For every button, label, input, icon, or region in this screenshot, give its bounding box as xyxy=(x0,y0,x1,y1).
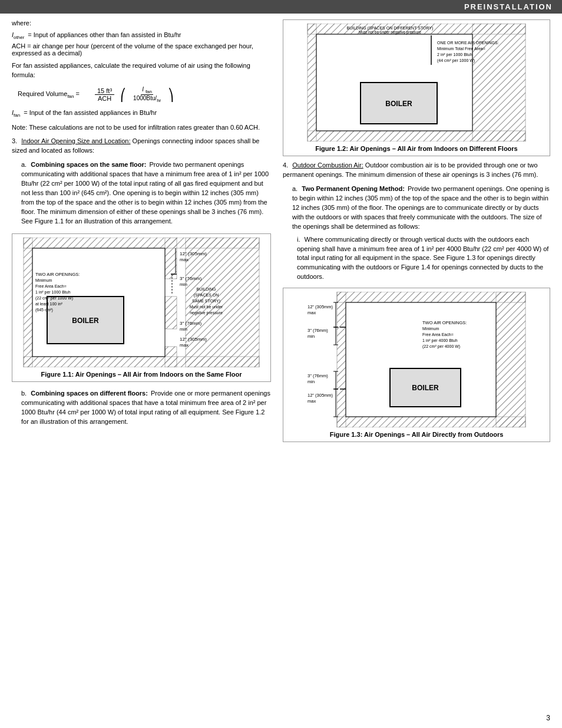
svg-text:12" (305mm): 12" (305mm) xyxy=(308,304,333,309)
svg-text:BOILER: BOILER xyxy=(72,317,99,325)
i-other-desc: = Input of appliances other than fan ass… xyxy=(28,31,181,38)
svg-text:1 in² per 1000 Btuh: 1 in² per 1000 Btuh xyxy=(35,290,71,295)
item-a2-letter: a. xyxy=(292,185,297,192)
svg-text:3" (76mm): 3" (76mm) xyxy=(180,276,201,281)
item-b-header: Combining spaces on different floors: xyxy=(31,390,148,397)
svg-text:12" (305mm): 12" (305mm) xyxy=(180,337,207,342)
fraction-den: ACH xyxy=(95,95,114,102)
header-bar: PREINSTALLATION xyxy=(0,0,562,14)
svg-text:min: min xyxy=(180,282,187,287)
svg-rect-54 xyxy=(496,292,525,427)
ach-desc: ACH = air change per hour (percent of th… xyxy=(12,42,271,57)
svg-text:Minimum: Minimum xyxy=(422,327,439,331)
svg-text:Must not be under: Must not be under xyxy=(190,305,223,309)
ifan-label: Ifan xyxy=(12,109,20,118)
item-b-text: b. Combining spaces on different floors:… xyxy=(21,389,271,427)
i-other-line: Iother = Input of appliances other than … xyxy=(12,31,271,40)
svg-text:Free Area Each=: Free Area Each= xyxy=(422,332,454,337)
svg-rect-53 xyxy=(337,292,346,427)
item-a-text: a. Combining spaces on the same floor: P… xyxy=(21,160,271,226)
svg-rect-6 xyxy=(165,297,177,329)
svg-text:min: min xyxy=(308,334,315,339)
svg-text:max: max xyxy=(308,310,316,315)
svg-text:(44 cm² per 1000 W): (44 cm² per 1000 W) xyxy=(437,58,475,63)
fraction-num: 15 ft³ xyxy=(95,87,114,95)
page-number: 3 xyxy=(546,714,550,722)
svg-text:(645 cm²): (645 cm²) xyxy=(35,308,53,312)
req-volume-label: Required Volumefan = xyxy=(18,90,80,99)
svg-text:Must not be under negative pre: Must not be under negative pressure xyxy=(359,30,421,35)
svg-text:BUILDING: BUILDING xyxy=(196,287,216,291)
svg-text:TWO AIR OPENINGS:: TWO AIR OPENINGS: xyxy=(422,320,467,325)
fan-para: For fan assisted appliances, calculate t… xyxy=(12,61,271,80)
item-4-header: Outdoor Combustion Air: Outdoor combusti… xyxy=(283,162,538,178)
item-b: b. Combining spaces on different floors:… xyxy=(21,389,271,427)
svg-text:Minimum: Minimum xyxy=(35,278,52,282)
inner-fraction: I fan 1000Btu/hr xyxy=(132,86,162,103)
svg-rect-38 xyxy=(308,24,316,141)
fig1-caption-bold: Figure 1.1: Air Openings – All Air from … xyxy=(41,371,242,378)
svg-text:2 in² per 1000 Btuh: 2 in² per 1000 Btuh xyxy=(437,52,472,57)
svg-text:3" (76mm): 3" (76mm) xyxy=(180,321,201,326)
item-3: 3. Indoor Air Opening Size and Location:… xyxy=(12,137,271,156)
main-fraction: 15 ft³ ACH xyxy=(95,87,114,102)
figure-1-3-box: 12" (305mm) max 3" (76mm) min 3" (76mm) … xyxy=(283,288,550,442)
item-a2: a. Two Permanent Opening Method: Provide… xyxy=(292,185,550,232)
item-a: a. Combining spaces on the same floor: P… xyxy=(21,160,271,226)
svg-text:BOILER: BOILER xyxy=(412,384,439,392)
item-b-letter: b. xyxy=(21,390,27,397)
left-column: where: Iother = Input of appliances othe… xyxy=(12,19,271,448)
svg-text:BOILER: BOILER xyxy=(385,100,412,108)
item-a-desc: Provide two permanent openings communica… xyxy=(21,161,269,225)
svg-text:(SPACES ON: (SPACES ON xyxy=(194,293,219,298)
roman-i-text: i. Where communicating directly or throu… xyxy=(297,235,550,282)
where-label: where: xyxy=(12,19,271,27)
item-3-num: 3. xyxy=(12,137,17,144)
ach-line: ACH = air change per hour (percent of th… xyxy=(12,42,271,57)
figure-1-1-caption: Figure 1.1: Air Openings – All Air from … xyxy=(16,371,267,378)
svg-text:3" (76mm): 3" (76mm) xyxy=(308,328,328,333)
svg-text:(22 cm² per 1000 W): (22 cm² per 1000 W) xyxy=(35,296,73,301)
item-3-header-line: 3. Indoor Air Opening Size and Location:… xyxy=(12,137,271,156)
svg-text:at least 100 in²: at least 100 in² xyxy=(35,302,63,306)
svg-text:(22 cm² per 4000 W): (22 cm² per 4000 W) xyxy=(422,344,460,349)
svg-rect-7 xyxy=(165,347,177,367)
i-other-label: Iother xyxy=(12,31,24,40)
item-4: 4. Outdoor Combustion Air: Outdoor combu… xyxy=(283,161,550,180)
roman-i-num: i. xyxy=(297,236,300,243)
svg-text:1 in² per 4000 Btuh: 1 in² per 4000 Btuh xyxy=(422,338,458,343)
right-column: BUILDING (SPACES ON DIFFERENT STORY) Mus… xyxy=(283,19,550,448)
fig2-caption-bold: Figure 1.2: Air Openings – All Air from … xyxy=(315,145,517,152)
inner-num: I fan xyxy=(141,86,153,95)
header-title: PREINSTALLATION xyxy=(464,2,553,11)
item-a2-header: Two Permanent Opening Method: xyxy=(302,185,405,192)
item-a-letter: a. xyxy=(21,161,27,168)
fig3-caption-bold: Figure 1.3: Air Openings – All Air Direc… xyxy=(330,431,504,438)
item-a-header: Combining spaces on the same floor: xyxy=(31,161,146,168)
svg-text:12" (305mm): 12" (305mm) xyxy=(308,393,333,398)
req-volume-formula: Required Volumefan = 15 ft³ ACH ⎛ I fan … xyxy=(18,86,271,103)
svg-rect-3 xyxy=(24,238,32,367)
svg-text:Free Area Each=: Free Area Each= xyxy=(35,284,67,288)
diagram-1-2: BUILDING (SPACES ON DIFFERENT STORY) Mus… xyxy=(287,24,546,141)
ifan-desc: = Input of the fan assisted appliances i… xyxy=(24,109,157,116)
item-4-header-line: 4. Outdoor Combustion Air: Outdoor combu… xyxy=(283,161,550,180)
svg-text:3" (76mm): 3" (76mm) xyxy=(308,373,328,378)
svg-text:max: max xyxy=(180,257,189,262)
figure-1-3-caption: Figure 1.3: Air Openings – All Air Direc… xyxy=(287,431,546,438)
figure-1-2-box: BUILDING (SPACES ON DIFFERENT STORY) Mus… xyxy=(283,19,550,156)
item-4-num: 4. xyxy=(283,162,288,169)
svg-text:min: min xyxy=(308,379,315,384)
inner-den: 1000Btu/hr xyxy=(132,95,162,103)
note-text: Note: These calculations are not to be u… xyxy=(12,124,271,131)
ifan-line: Ifan = Input of the fan assisted applian… xyxy=(12,109,271,118)
page-content: where: Iother = Input of appliances othe… xyxy=(0,14,562,454)
figure-1-2-caption: Figure 1.2: Air Openings – All Air from … xyxy=(287,145,546,152)
roman-i-desc: Where communicating directly or through … xyxy=(297,236,548,281)
svg-text:max: max xyxy=(180,342,189,348)
svg-text:negative pressure: negative pressure xyxy=(190,311,223,315)
roman-item-i: i. Where communicating directly or throu… xyxy=(297,235,550,282)
svg-text:SAME STORY): SAME STORY) xyxy=(192,299,220,304)
formula-block: Iother = Input of appliances other than … xyxy=(12,31,271,57)
svg-text:min: min xyxy=(180,327,187,332)
